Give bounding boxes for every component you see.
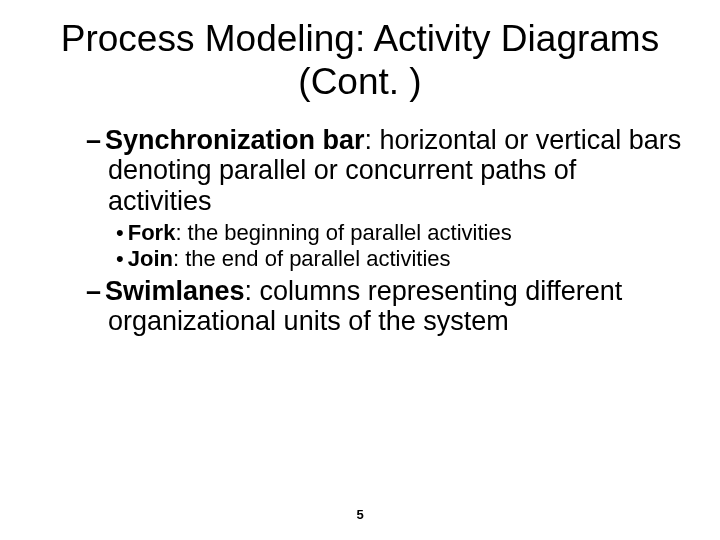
bullet-icon: • — [116, 246, 128, 271]
bullet-join: •Join: the end of parallel activities — [116, 246, 682, 272]
bullet-sync-bar: –Synchronization bar: horizontal or vert… — [86, 125, 682, 216]
slide: Process Modeling: Activity Diagrams (Con… — [0, 0, 720, 336]
subitems-sync-bar: •Fork: the beginning of parallel activit… — [86, 220, 682, 272]
definition: : the beginning of parallel activities — [175, 220, 511, 245]
bullet-swimlanes: –Swimlanes: columns representing differe… — [86, 276, 682, 336]
content-block: –Synchronization bar: horizontal or vert… — [38, 125, 682, 336]
dash-icon: – — [86, 125, 105, 155]
term: Fork — [128, 220, 176, 245]
slide-title: Process Modeling: Activity Diagrams (Con… — [38, 18, 682, 103]
bullet-icon: • — [116, 220, 128, 245]
page-number: 5 — [0, 507, 720, 522]
term: Synchronization bar — [105, 125, 365, 155]
bullet-fork: •Fork: the beginning of parallel activit… — [116, 220, 682, 246]
definition: : the end of parallel activities — [173, 246, 451, 271]
term: Join — [128, 246, 173, 271]
dash-icon: – — [86, 276, 105, 306]
term: Swimlanes — [105, 276, 245, 306]
